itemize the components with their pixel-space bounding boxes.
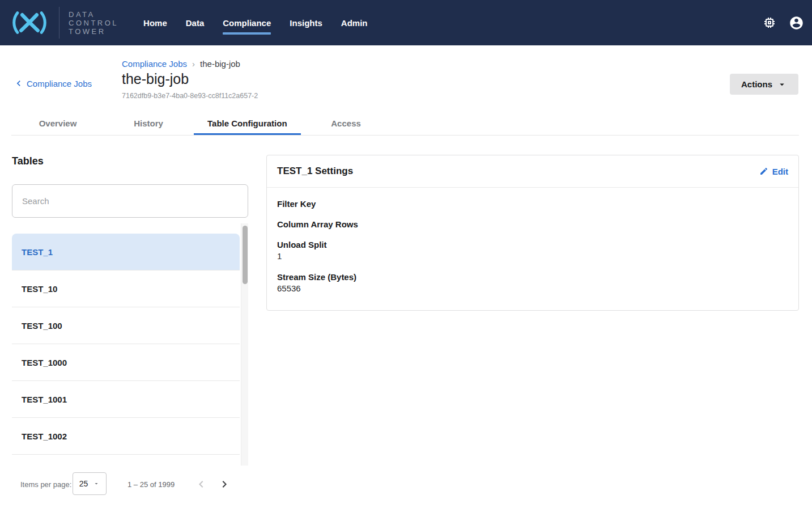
settings-title: TEST_1 Settings <box>277 166 353 177</box>
brand-line-3: TOWER <box>69 27 118 36</box>
actions-button[interactable]: Actions <box>730 74 798 95</box>
tables-list: TEST_1TEST_10TEST_100TEST_1000TEST_1001T… <box>12 223 248 466</box>
breadcrumb: Compliance Jobs › the-big-job <box>122 59 240 69</box>
list-item[interactable]: TEST_1 <box>12 234 240 270</box>
chevron-left-icon <box>13 78 24 89</box>
field-value: 1 <box>277 251 788 262</box>
dropdown-caret-icon <box>93 480 100 487</box>
breadcrumb-parent-link[interactable]: Compliance Jobs <box>122 59 187 69</box>
account-icon[interactable] <box>789 15 804 31</box>
list-scrollbar-track[interactable] <box>241 223 248 466</box>
actions-button-label: Actions <box>741 79 772 89</box>
list-scrollbar-thumb[interactable] <box>243 226 248 284</box>
nav-item-compliance[interactable]: Compliance <box>223 15 271 31</box>
settings-field: Filter Key <box>277 198 788 209</box>
list-item-label: TEST_1 <box>22 247 53 257</box>
brand-logo[interactable]: DATA CONTROL TOWER <box>8 7 118 39</box>
job-uuid: 7162dfb9-b3e7-4ba0-8e93-cc8f11c2a657-2 <box>122 92 258 100</box>
list-item-label: TEST_10 <box>22 284 57 294</box>
breadcrumb-current: the-big-job <box>200 59 240 69</box>
tab-access[interactable]: Access <box>301 111 392 135</box>
settings-field: Unload Split1 <box>277 239 788 262</box>
brand-wordmark: DATA CONTROL TOWER <box>69 10 118 36</box>
list-item-label: TEST_1000 <box>22 358 67 367</box>
navbar-right <box>763 15 804 31</box>
brand-line-1: DATA <box>69 10 118 19</box>
nav-item-home[interactable]: Home <box>143 15 167 31</box>
dropdown-caret-icon <box>777 79 787 90</box>
tab-bar: OverviewHistoryTable ConfigurationAccess <box>12 111 392 135</box>
top-navbar: DATA CONTROL TOWER HomeDataComplianceIns… <box>0 0 812 45</box>
settings-field: Stream Size (Bytes)65536 <box>277 272 788 294</box>
pencil-icon <box>759 167 768 176</box>
pagination-range: 1 – 25 of 1999 <box>127 480 175 489</box>
field-label: Filter Key <box>277 198 788 209</box>
items-per-page-select[interactable]: 25 <box>73 472 107 495</box>
list-item[interactable]: TEST_1002 <box>12 418 240 455</box>
list-item[interactable]: TEST_1000 <box>12 344 240 381</box>
page-title: the-big-job <box>122 71 189 87</box>
next-page-button[interactable] <box>218 477 231 491</box>
breadcrumb-separator-icon: › <box>192 59 195 69</box>
items-per-page-value: 25 <box>79 479 88 488</box>
edit-button-label: Edit <box>772 167 788 176</box>
tables-heading: Tables <box>12 155 44 167</box>
list-item-partial[interactable] <box>12 455 240 466</box>
list-item-label: TEST_1002 <box>22 431 67 441</box>
settings-body: Filter KeyColumn Array RowsUnload Split1… <box>267 188 798 294</box>
back-link-compliance-jobs[interactable]: Compliance Jobs <box>13 78 92 89</box>
table-settings-card: TEST_1 Settings Edit Filter KeyColumn Ar… <box>266 155 799 311</box>
dct-logo-icon <box>8 10 51 35</box>
list-item[interactable]: TEST_10 <box>12 270 240 307</box>
nav-item-data[interactable]: Data <box>186 15 205 31</box>
settings-field: Column Array Rows <box>277 219 788 230</box>
chevron-left-icon <box>194 477 208 491</box>
tab-overview[interactable]: Overview <box>12 111 103 135</box>
list-item[interactable]: TEST_1001 <box>12 381 240 418</box>
nav-items: HomeDataComplianceInsightsAdmin <box>143 15 367 31</box>
field-label: Column Array Rows <box>277 219 788 230</box>
items-per-page-label: Items per page: <box>20 480 71 489</box>
search-input[interactable] <box>12 184 248 218</box>
previous-page-button[interactable] <box>194 477 208 491</box>
list-item[interactable]: TEST_100 <box>12 307 240 344</box>
pagination-bar: Items per page: 25 1 – 25 of 1999 <box>0 472 261 499</box>
nav-item-admin[interactable]: Admin <box>341 15 368 31</box>
chevron-right-icon <box>218 477 231 491</box>
nav-item-insights[interactable]: Insights <box>290 15 322 31</box>
edit-button[interactable]: Edit <box>759 167 788 176</box>
list-item-label: TEST_1001 <box>22 395 67 404</box>
field-value: 65536 <box>277 283 788 294</box>
brand-line-2: CONTROL <box>69 19 118 27</box>
tabs-divider <box>11 135 799 136</box>
back-link-label: Compliance Jobs <box>27 79 92 88</box>
tables-rows: TEST_1TEST_10TEST_100TEST_1000TEST_1001T… <box>12 223 248 466</box>
brand-separator <box>59 7 59 39</box>
tab-history[interactable]: History <box>103 111 194 135</box>
tab-table-configuration[interactable]: Table Configuration <box>194 111 301 135</box>
field-label: Stream Size (Bytes) <box>277 272 788 282</box>
page: DATA CONTROL TOWER HomeDataComplianceIns… <box>0 0 812 512</box>
field-label: Unload Split <box>277 239 788 250</box>
settings-header: TEST_1 Settings Edit <box>267 155 798 188</box>
list-item-label: TEST_100 <box>22 321 62 331</box>
chip-settings-icon[interactable] <box>763 16 776 29</box>
